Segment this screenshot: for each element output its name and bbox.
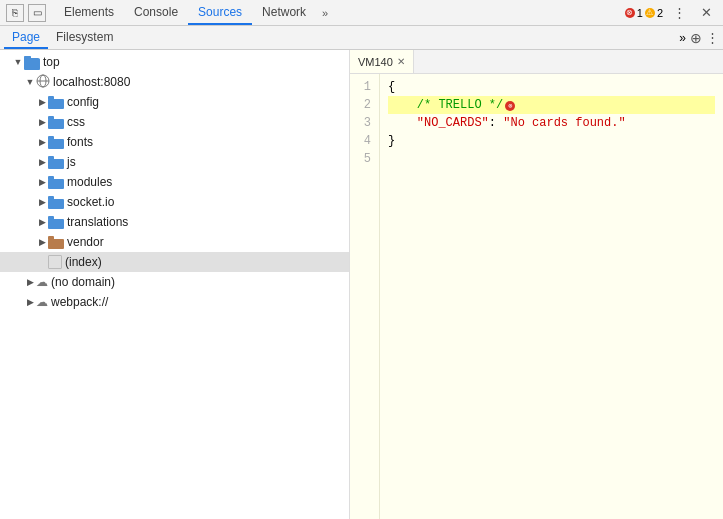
arrow-fonts: ▶ [36, 137, 48, 147]
folder-icon-socketio [48, 196, 64, 208]
code-tab-vm140[interactable]: VM140 ✕ [350, 50, 414, 73]
folder-icon-fonts [48, 136, 64, 148]
folder-icon-config [48, 96, 64, 108]
comment-trello: /* TRELLO */ [417, 98, 503, 112]
toolbar-right: ⊗ 1 ⚠ 2 ⋮ ✕ [625, 3, 717, 22]
line-num-4: 4 [358, 132, 371, 150]
svg-rect-0 [24, 59, 40, 70]
arrow-top: ▼ [12, 57, 24, 67]
tab-network[interactable]: Network [252, 1, 316, 25]
tree-item-localhost[interactable]: ▼ localhost:8080 [0, 72, 349, 92]
folder-icon-js [48, 156, 64, 168]
more-subtabs-icon[interactable]: » [679, 31, 686, 45]
svg-rect-1 [24, 56, 31, 61]
svg-rect-6 [48, 96, 54, 100]
arrow-modules: ▶ [36, 177, 48, 187]
val-no-cards: "No cards found." [503, 116, 625, 130]
sub-toolbar: Page Filesystem » ⊕ ⋮ [0, 26, 723, 50]
code-tab-label: VM140 [358, 56, 393, 68]
svg-rect-14 [48, 176, 54, 180]
devtools-toolbar: ⎘ ▭ Elements Console Sources Network » ⊗… [0, 0, 723, 26]
tree-label-webpack: webpack:// [51, 295, 108, 309]
folder-icon-css [48, 116, 64, 128]
tree-label-localhost: localhost:8080 [53, 75, 130, 89]
folder-icon-translations [48, 216, 64, 228]
subtoolbar-menu-icon[interactable]: ⋮ [706, 30, 719, 45]
code-editor-area[interactable]: 1 2 3 4 5 { /* TRELLO */⊗ "NO_CARDS": "N… [350, 74, 723, 519]
tree-label-css: css [67, 115, 85, 129]
close-button[interactable]: ✕ [696, 3, 717, 22]
svg-rect-5 [48, 99, 64, 109]
tree-label-socketio: socket.io [67, 195, 114, 209]
tab-elements[interactable]: Elements [54, 1, 124, 25]
tree-item-translations[interactable]: ▶ translations [0, 212, 349, 232]
sub-tab-page[interactable]: Page [4, 27, 48, 49]
cloud-icon-nodomain: ☁ [36, 275, 48, 289]
warning-dot: ⚠ [645, 8, 655, 18]
arrow-translations: ▶ [36, 217, 48, 227]
tree-label-vendor: vendor [67, 235, 104, 249]
file-icon-index [48, 255, 62, 269]
code-line-3: "NO_CARDS": "No cards found." [388, 114, 715, 132]
arrow-localhost: ▼ [24, 77, 36, 87]
line-num-1: 1 [358, 78, 371, 96]
tree-label-modules: modules [67, 175, 112, 189]
folder-icon-modules [48, 176, 64, 188]
arrow-config: ▶ [36, 97, 48, 107]
more-tabs-icon[interactable]: » [316, 3, 334, 23]
menu-button[interactable]: ⋮ [669, 3, 690, 22]
svg-rect-20 [48, 236, 54, 240]
line-num-5: 5 [358, 150, 371, 168]
tab-console[interactable]: Console [124, 1, 188, 25]
code-tab-close-button[interactable]: ✕ [397, 56, 405, 67]
add-folder-icon[interactable]: ⊕ [690, 30, 702, 46]
arrow-css: ▶ [36, 117, 48, 127]
tree-label-fonts: fonts [67, 135, 93, 149]
tree-item-js[interactable]: ▶ js [0, 152, 349, 172]
code-tab-bar: VM140 ✕ [350, 50, 723, 74]
sub-tab-filesystem[interactable]: Filesystem [48, 27, 121, 49]
tree-item-fonts[interactable]: ▶ fonts [0, 132, 349, 152]
tab-bar: Elements Console Sources Network » [54, 1, 625, 25]
warning-count: 2 [657, 7, 663, 19]
inspect-icon[interactable]: ⎘ [6, 4, 24, 22]
arrow-vendor: ▶ [36, 237, 48, 247]
tree-item-webpack[interactable]: ▶ ☁ webpack:// [0, 292, 349, 312]
tree-item-top[interactable]: ▼ top [0, 52, 349, 72]
code-line-1: { [388, 78, 715, 96]
cloud-icon-webpack: ☁ [36, 295, 48, 309]
svg-rect-10 [48, 136, 54, 140]
tree-item-css[interactable]: ▶ css [0, 112, 349, 132]
svg-rect-19 [48, 239, 64, 249]
code-line-2: /* TRELLO */⊗ [388, 96, 715, 114]
tree-item-modules[interactable]: ▶ modules [0, 172, 349, 192]
tree-item-nodomain[interactable]: ▶ ☁ (no domain) [0, 272, 349, 292]
tree-item-socketio[interactable]: ▶ socket.io [0, 192, 349, 212]
tree-label-js: js [67, 155, 76, 169]
tree-label-index: (index) [65, 255, 102, 269]
code-content: { /* TRELLO */⊗ "NO_CARDS": "No cards fo… [380, 74, 723, 519]
error-icon: ⊗ [505, 101, 515, 111]
device-icon[interactable]: ▭ [28, 4, 46, 22]
domain-icon [36, 74, 50, 91]
svg-rect-12 [48, 156, 54, 160]
tree-item-vendor[interactable]: ▶ vendor [0, 232, 349, 252]
tab-sources[interactable]: Sources [188, 1, 252, 25]
folder-icon-vendor [48, 236, 64, 248]
code-line-4: } [388, 132, 715, 150]
tree-item-config[interactable]: ▶ config [0, 92, 349, 112]
file-tree-sidebar: ▼ top ▼ localhost:8080 [0, 50, 350, 519]
tree-item-index[interactable]: ▶ (index) [0, 252, 349, 272]
error-dot: ⊗ [625, 8, 635, 18]
key-no-cards: "NO_CARDS" [417, 116, 489, 130]
svg-rect-18 [48, 216, 54, 220]
code-line-5 [388, 150, 715, 168]
error-badge: ⊗ 1 ⚠ 2 [625, 7, 663, 19]
svg-rect-8 [48, 116, 54, 120]
tree-label-config: config [67, 95, 99, 109]
line-numbers: 1 2 3 4 5 [350, 74, 380, 519]
svg-rect-9 [48, 139, 64, 149]
sub-toolbar-right: » ⊕ ⋮ [679, 30, 719, 46]
svg-rect-11 [48, 159, 64, 169]
svg-rect-7 [48, 119, 64, 129]
